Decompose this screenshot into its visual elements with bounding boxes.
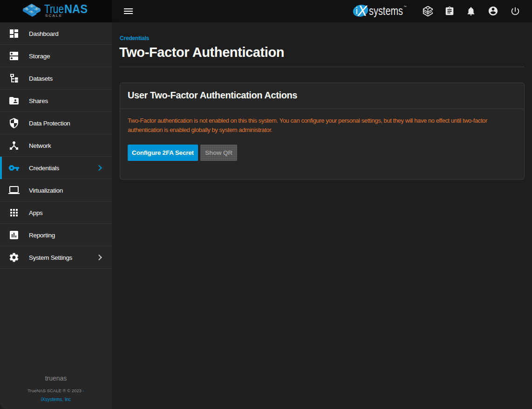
svg-text:systems: systems (369, 4, 403, 17)
svg-text:™: ™ (403, 5, 407, 8)
svg-text:SCALE: SCALE (45, 14, 62, 18)
svg-text:X: X (357, 3, 368, 19)
svg-text:NAS: NAS (64, 2, 88, 16)
